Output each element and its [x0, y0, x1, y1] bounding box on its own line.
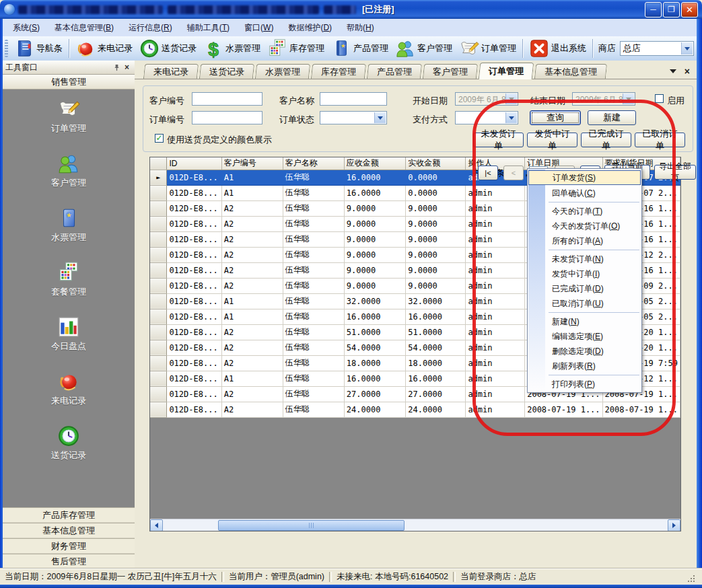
context-menu-item[interactable]: 未发货订单N — [528, 252, 641, 266]
table-row[interactable]: 012D-E8...A2伍华聪24.000024.0000admin2008-0… — [150, 402, 680, 417]
menubar-item-w[interactable]: 窗口W — [237, 20, 281, 36]
customer-code-input[interactable] — [192, 92, 262, 106]
context-menu-item[interactable]: 今天的订单T — [528, 204, 641, 219]
table-cell: admin — [466, 278, 525, 293]
new-button[interactable]: 新建 — [588, 110, 636, 125]
sidebar-item[interactable]: 送货记录 — [51, 425, 86, 462]
tab-list-dropdown-icon[interactable] — [670, 69, 676, 77]
toolbar-button-exit[interactable]: 退出系统 — [526, 37, 590, 60]
shop-select[interactable]: 总店 — [620, 41, 694, 56]
sidebar-item[interactable]: 来电记录 — [51, 370, 86, 407]
toolbar-grip[interactable] — [5, 40, 8, 57]
sidebar-section-bar[interactable]: 财务管理 — [3, 538, 135, 554]
chevron-down-icon[interactable] — [505, 112, 517, 123]
tab-订单管理[interactable]: 订单管理 — [479, 63, 534, 79]
toolbar-button-book[interactable]: 导航条 — [11, 37, 66, 60]
chevron-down-icon[interactable] — [681, 42, 693, 54]
scroll-left-icon[interactable] — [150, 519, 163, 531]
menubar-item-t[interactable]: 辅助工具T — [180, 20, 237, 36]
column-header[interactable]: ID — [167, 157, 221, 170]
sidebar-section-sales[interactable]: 销售管理 — [3, 75, 135, 89]
pin-icon[interactable] — [112, 63, 122, 73]
tab-来电记录[interactable]: 来电记录 — [143, 64, 199, 79]
row-selector — [150, 293, 167, 309]
context-menu-item[interactable]: 刷新列表R — [528, 359, 641, 373]
sidebar-item[interactable]: 订单管理 — [51, 98, 86, 135]
tab-库存管理[interactable]: 库存管理 — [311, 64, 366, 79]
context-menu-item[interactable]: 已完成订单D — [528, 281, 641, 296]
context-menu-item[interactable]: 打印列表P — [528, 377, 641, 392]
tab-客户管理[interactable]: 客户管理 — [423, 64, 478, 79]
toolbar-button-grid[interactable]: 库存管理 — [264, 37, 328, 60]
status-filter-button[interactable]: 未发货订单 — [473, 133, 524, 147]
pay-method-select[interactable] — [455, 111, 518, 124]
tool-window-close-icon[interactable]: × — [122, 63, 132, 73]
menubar-item-b[interactable]: 基本信息管理B — [47, 20, 121, 36]
menubar-item-h[interactable]: 帮助H — [339, 20, 382, 36]
enable-date-checkbox[interactable] — [655, 94, 664, 103]
sidebar-item[interactable]: 今日盘点 — [51, 316, 86, 353]
customer-name-input[interactable] — [320, 92, 387, 106]
menubar-item-r[interactable]: 运行信息R — [121, 20, 180, 36]
status-filter-button[interactable]: 发货中订单 — [527, 133, 577, 147]
status-filter-button[interactable]: 已取消订单 — [635, 133, 685, 147]
maximize-button[interactable]: ❐ — [663, 2, 680, 17]
tab-基本信息管理[interactable]: 基本信息管理 — [534, 64, 607, 79]
prev-page-button[interactable]: < — [503, 166, 524, 180]
context-menu-item[interactable]: 今天的发货订单O — [528, 219, 641, 233]
tab-产品管理[interactable]: 产品管理 — [367, 64, 422, 79]
start-date-picker[interactable]: 2009年 6月 8日 — [455, 92, 518, 106]
order-status-select[interactable] — [320, 111, 387, 124]
toolbar-button-dollar[interactable]: $水票管理 — [200, 37, 264, 60]
tab-close-icon[interactable]: × — [685, 67, 690, 75]
context-menu-item[interactable]: 已取消订单U — [528, 296, 641, 311]
scroll-right-icon[interactable] — [668, 519, 680, 531]
end-date-picker[interactable]: 2009年 6月 8日 — [572, 92, 635, 106]
chevron-down-icon[interactable] — [374, 112, 386, 123]
table-cell: admin — [466, 247, 525, 262]
close-button[interactable]: ✕ — [681, 2, 698, 17]
sidebar-section-bar[interactable]: 产品库存管理 — [3, 507, 135, 523]
context-menu-item[interactable]: 新建N — [528, 314, 641, 329]
context-menu-item[interactable]: 回单确认C — [528, 186, 641, 200]
menu-bar: 系统S基本信息管理B运行信息R辅助工具T窗口W数据维护D帮助H — [0, 19, 702, 37]
sidebar-item[interactable]: 客户管理 — [51, 152, 86, 189]
menubar-item-d[interactable]: 数据维护D — [281, 20, 339, 36]
tab-送货记录[interactable]: 送货记录 — [199, 64, 254, 79]
toolbar-button-bell[interactable]: 来电记录 — [72, 37, 136, 60]
column-header[interactable]: 应收金额 — [344, 157, 406, 170]
sidebar-item[interactable]: 套餐管理 — [51, 261, 86, 298]
minimize-button[interactable]: ─ — [645, 2, 662, 17]
sidebar-item[interactable]: ★水票管理 — [51, 207, 86, 244]
tab-水票管理[interactable]: 水票管理 — [255, 64, 310, 79]
toolbar-button-customers[interactable]: 客户管理 — [392, 37, 456, 60]
query-button[interactable]: 查询 — [530, 110, 581, 125]
row-selector — [150, 200, 167, 216]
order-code-input[interactable] — [192, 111, 262, 124]
toolbar-button-label: 订单管理 — [481, 42, 516, 54]
context-menu-item[interactable]: 发货中订单I — [528, 266, 641, 281]
status-filter-button[interactable]: 已完成订单 — [581, 133, 631, 147]
toolbar-button-productbook[interactable]: ★产品管理 — [328, 37, 392, 60]
table-cell: 012D-E8... — [167, 231, 221, 247]
column-header[interactable]: 客户名称 — [283, 157, 344, 170]
toolbar-button-orderpen[interactable]: 订单管理 — [456, 37, 520, 60]
sidebar-section-bar[interactable]: 售后管理 — [3, 554, 135, 569]
context-menu-item[interactable]: 删除选定项D — [528, 344, 641, 359]
context-menu-item[interactable]: 订单发货S — [528, 170, 641, 185]
menubar-item-s[interactable]: 系统S — [5, 20, 47, 36]
table-cell: admin — [466, 324, 525, 340]
export-all-pages-button[interactable]: 导出全部页 — [654, 165, 696, 180]
horizontal-scrollbar[interactable] — [150, 519, 680, 531]
toolbar-button-clock[interactable]: 送货记录 — [136, 37, 200, 60]
sidebar-section-bar[interactable]: 基本信息管理 — [3, 523, 135, 538]
resize-grip[interactable] — [687, 575, 695, 583]
table-cell: 27.0000 — [344, 386, 406, 402]
productbook-icon: ★ — [331, 38, 351, 59]
first-page-button[interactable]: |< — [478, 166, 498, 180]
context-menu-item[interactable]: 编辑选定项E — [528, 329, 641, 344]
scrollbar-thumb[interactable] — [218, 520, 405, 531]
delivery-color-checkbox[interactable] — [155, 134, 164, 143]
column-header[interactable]: 客户编号 — [221, 157, 283, 170]
context-menu-item[interactable]: 所有的订单A — [528, 233, 641, 248]
